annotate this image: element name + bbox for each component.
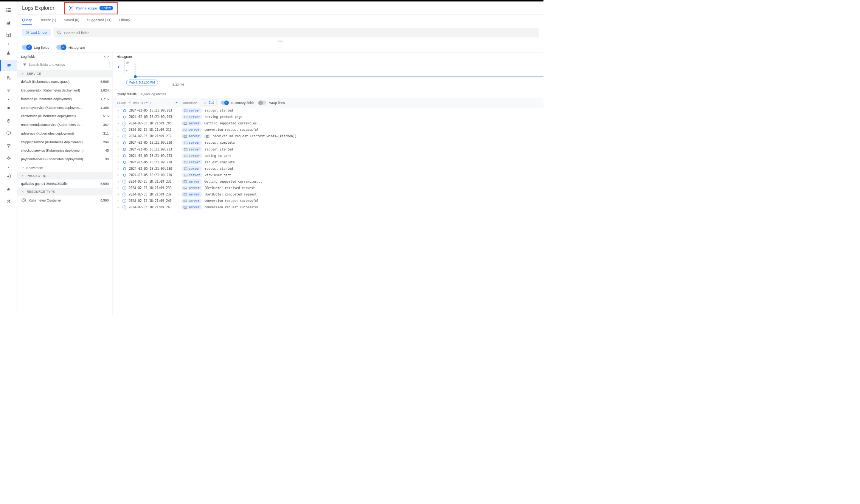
field-row[interactable]: adservice (Kubernetes deployment)311 xyxy=(17,129,113,138)
sidebar-search-input[interactable] xyxy=(26,63,107,67)
nav-shuffle-icon[interactable] xyxy=(3,195,14,207)
histogram-toggle[interactable]: ✓ Histogram xyxy=(56,45,85,50)
expand-icon[interactable] xyxy=(116,154,120,157)
nav-graph-icon[interactable] xyxy=(3,152,14,164)
log-row[interactable]: 2024-02-05 18:21:09.223serveradding to c… xyxy=(113,152,543,159)
field-row[interactable]: default (Kubernetes namespace)6,568 xyxy=(17,78,113,86)
tab-saved-[interactable]: Saved (0) xyxy=(64,15,79,25)
log-row[interactable]: 2024-02-05 18:21:09.223serverrequest sta… xyxy=(113,146,543,152)
server-chip[interactable]: server xyxy=(181,179,202,184)
group-header[interactable]: SERVICE xyxy=(17,70,113,78)
nav-login-icon[interactable] xyxy=(3,171,14,182)
server-chip[interactable]: server xyxy=(181,121,202,126)
nav-monitor-icon[interactable] xyxy=(3,127,14,139)
column-severity[interactable]: SEVERITY xyxy=(116,101,129,104)
drag-handle[interactable] xyxy=(17,40,544,43)
field-row[interactable]: checkoutservice (Kubernetes deployment)4… xyxy=(17,146,113,155)
field-row[interactable]: loadgenerator (Kubernetes deployment)1,8… xyxy=(17,86,113,95)
server-chip[interactable]: server xyxy=(182,166,202,171)
expand-icon[interactable] xyxy=(116,148,120,151)
nav-stats-icon[interactable] xyxy=(3,183,14,194)
log-row[interactable]: i2024-02-05 18:21:09.240serverconversion… xyxy=(113,198,543,204)
nav-filter-icon[interactable] xyxy=(3,85,14,96)
sort-dropdown-icon[interactable] xyxy=(175,101,178,104)
wrap-lines-toggle[interactable]: Wrap lines xyxy=(258,100,285,105)
histogram-slider[interactable]: Feb 5, 5:21:00 PM xyxy=(126,75,543,82)
tab-suggested-[interactable]: Suggested (11) xyxy=(87,15,112,25)
expand-icon[interactable] xyxy=(116,129,120,132)
log-row[interactable]: i2024-02-05 18:21:09.219serverreceived a… xyxy=(113,133,543,140)
histogram-back-button[interactable] xyxy=(116,65,121,69)
log-row[interactable]: i2024-02-05 18:21:09.211serverconversion… xyxy=(113,127,543,133)
nav-dashboard-icon[interactable] xyxy=(3,29,14,40)
log-row[interactable]: 2024-02-05 18:21:09.220serverrequest com… xyxy=(113,140,543,146)
group-header[interactable]: RESOURCE TYPE xyxy=(17,188,113,195)
server-chip[interactable]: server xyxy=(182,115,202,119)
expand-icon[interactable] xyxy=(116,180,120,183)
field-row[interactable]: cartservice (Kubernetes deployment)515 xyxy=(17,112,113,121)
edit-summary-button[interactable]: Edit xyxy=(201,100,217,106)
summary-fields-toggle[interactable]: ✓ Summary fields xyxy=(220,100,254,105)
sidebar-search[interactable] xyxy=(20,61,110,68)
nav-bell-icon[interactable] xyxy=(3,103,14,114)
log-row[interactable]: 2024-02-05 18:21:09.230serverview user c… xyxy=(113,172,543,178)
expand-icon[interactable] xyxy=(116,122,120,125)
server-chip[interactable]: server xyxy=(182,141,202,145)
expand-icon[interactable] xyxy=(116,141,120,144)
expand-icon[interactable] xyxy=(116,116,120,119)
expand-icon[interactable] xyxy=(116,161,120,164)
expand-icon[interactable] xyxy=(116,186,120,189)
timezone-dropdown[interactable]: IST xyxy=(141,101,148,104)
refine-scope-button[interactable]: Refine scope 1 view xyxy=(64,2,118,14)
log-row[interactable]: i2024-02-05 18:21:09.263serverconversion… xyxy=(113,204,543,211)
nav-logs-icon[interactable] xyxy=(0,60,17,71)
expand-icon[interactable] xyxy=(116,174,120,177)
field-row[interactable]: qwiklabs-gcp-01-8909a23fa3fb6,590 xyxy=(17,180,113,188)
nav-nodes-icon[interactable] xyxy=(3,140,14,151)
field-row[interactable]: paymentservice (Kubernetes deployment)30 xyxy=(17,155,113,164)
log-row[interactable]: i2024-02-05 18:21:09.239server[GetQuote]… xyxy=(113,191,543,198)
collapse-sidebar-button[interactable]: < > xyxy=(104,55,109,59)
server-chip[interactable]: server xyxy=(181,134,202,139)
expand-icon[interactable] xyxy=(116,199,120,202)
server-chip[interactable]: server xyxy=(182,108,202,113)
server-chip[interactable]: server xyxy=(182,147,202,152)
field-row[interactable]: shippingservice (Kubernetes deployment)2… xyxy=(17,138,113,146)
expand-icon[interactable] xyxy=(116,167,120,170)
expand-icon[interactable] xyxy=(116,109,120,112)
sort-asc-icon[interactable]: ↑ xyxy=(149,101,151,104)
field-row[interactable]: Kubernetes Container6,590 xyxy=(17,195,113,206)
time-range-chip[interactable]: Last 1 hour xyxy=(22,29,51,36)
nav-metrics-icon[interactable] xyxy=(3,17,14,28)
group-header[interactable]: PROJECT ID xyxy=(17,172,113,180)
expand-icon[interactable] xyxy=(116,193,120,196)
server-chip[interactable]: server xyxy=(181,205,202,209)
field-row[interactable]: currencyservice (Kubernetes deployme…1,4… xyxy=(17,103,113,112)
search-all-input[interactable] xyxy=(62,31,536,35)
log-row[interactable]: 2024-02-05 18:21:09.203serverrequest sta… xyxy=(113,107,543,114)
server-chip[interactable]: server xyxy=(181,186,202,190)
tab-recent-[interactable]: Recent (1) xyxy=(39,15,56,25)
field-row[interactable]: recommendationservice (Kubernetes de…357 xyxy=(17,121,113,129)
show-more-button[interactable]: Show more xyxy=(17,163,113,172)
server-chip[interactable]: server xyxy=(181,192,202,197)
field-row[interactable]: frontend (Kubernetes deployment)1,715 xyxy=(17,95,113,103)
log-row[interactable]: 2024-02-05 18:21:09.228serverrequest com… xyxy=(113,159,543,165)
expand-icon[interactable] xyxy=(116,206,120,209)
nav-error-icon[interactable] xyxy=(3,115,14,127)
tab-query[interactable]: Query xyxy=(22,15,32,25)
nav-log-analytics-icon[interactable] xyxy=(3,72,14,84)
column-time[interactable]: TIME xyxy=(132,101,139,104)
expand-icon[interactable] xyxy=(116,135,120,138)
log-row[interactable]: 2024-02-05 18:21:09.230serverrequest sta… xyxy=(113,165,543,172)
server-chip[interactable]: server xyxy=(181,198,202,203)
nav-list-icon[interactable] xyxy=(3,4,14,16)
log-fields-toggle[interactable]: ✓ Log fields xyxy=(22,45,49,50)
server-chip[interactable]: server xyxy=(182,154,202,158)
log-row[interactable]: i2024-02-05 18:21:09.231serverGetting su… xyxy=(113,178,543,185)
log-row[interactable]: 2024-02-05 18:21:09.203serverserving pro… xyxy=(113,114,543,120)
log-row[interactable]: i2024-02-05 18:21:09.205serverGetting su… xyxy=(113,120,543,127)
nav-bars-icon[interactable] xyxy=(3,47,14,59)
log-row[interactable]: i2024-02-05 18:21:09.239server[GetQuote]… xyxy=(113,185,543,191)
server-chip[interactable]: server xyxy=(181,127,202,132)
